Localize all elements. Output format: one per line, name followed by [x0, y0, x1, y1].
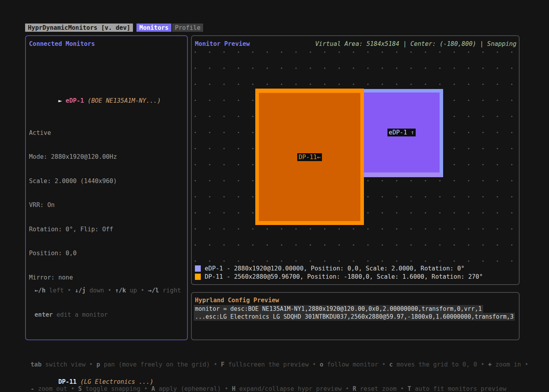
nav-hints-line: ←/h left • ↓/j down • ↑/k up • →/l right: [35, 287, 181, 295]
global-keybind-help: tab switch view • p pan (move freely on …: [31, 345, 533, 392]
monitor-rotation: Rotation: 0°, Flip: Off: [29, 225, 161, 234]
monitor-rect-label-edp1: eDP-1 ↑: [387, 129, 415, 136]
left-panel-keybind-hints: ←/h left • ↓/j down • ↑/k up • →/l right…: [35, 270, 181, 335]
config-line-2: ...esc:LG Electronics LG SDQHD 301NTBKDU…: [194, 313, 515, 321]
help-line-1: tab switch view • p pan (move freely on …: [31, 361, 533, 369]
legend-text-dp11: DP-11 - 2560x2880@59.96700, Position: -1…: [205, 273, 483, 281]
selected-arrow-icon: ►: [58, 97, 66, 104]
enter-hint-line: enter edit a monitor: [35, 311, 181, 319]
config-panel-title: Hyprland Config Preview: [195, 297, 279, 304]
hyprland-config-panel: Hyprland Config Preview monitor = desc:B…: [191, 292, 520, 340]
rotation-arrow-icon: ←: [317, 154, 320, 161]
monitor-vendor: (BOE NE135A1M-NY...): [84, 97, 161, 104]
preview-legend: eDP-1 - 2880x1920@120.00000, Position: 0…: [195, 265, 483, 281]
monitor-rect-label-dp11: DP-11←: [297, 153, 322, 161]
monitor-scale: Scale: 2.0000 (1440x960): [29, 177, 161, 185]
monitor-status: Active: [29, 129, 161, 137]
config-line-1: monitor = desc:BOE NE135A1M-NY1,2880x192…: [194, 305, 483, 313]
connected-monitors-panel: Connected Monitors ► eDP-1 (BOE NE135A1M…: [25, 35, 188, 340]
app-title: HyprDynamicMonitors [v. dev]: [25, 24, 133, 32]
monitor-position: Position: 0,0: [29, 249, 161, 258]
legend-row-edp1: eDP-1 - 2880x1920@120.00000, Position: 0…: [195, 265, 483, 273]
tab-profile[interactable]: Profile: [172, 24, 203, 32]
help-line-2: - zoom out • S toggle snapping • A apply…: [31, 385, 533, 392]
rotation-arrow-icon: ↑: [411, 129, 414, 136]
monitor-mode: Mode: 2880x1920@120.00Hz: [29, 153, 161, 161]
monitor-preview-panel: Monitor Preview Virtual Area: 5184x5184 …: [191, 35, 520, 285]
legend-text-edp1: eDP-1 - 2880x1920@120.00000, Position: 0…: [205, 265, 465, 273]
monitor-name: eDP-1: [65, 97, 84, 104]
monitor-list: ► eDP-1 (BOE NE135A1M-NY...) Active Mode…: [29, 56, 161, 392]
legend-row-dp11: DP-11 - 2560x2880@59.96700, Position: -1…: [195, 273, 483, 281]
monitor-rect-edp1[interactable]: eDP-1 ↑: [364, 89, 443, 177]
connected-monitors-title: Connected Monitors: [29, 40, 95, 47]
legend-color-chip-edp1: [195, 265, 201, 272]
monitor-vrr: VRR: On: [29, 201, 161, 209]
tab-monitors[interactable]: Monitors: [136, 24, 171, 32]
tab-bar: HyprDynamicMonitors [v. dev] Monitors Pr…: [25, 24, 203, 32]
monitor-list-item[interactable]: ► eDP-1 (BOE NE135A1M-NY...) Active Mode…: [29, 73, 161, 298]
legend-color-chip-dp11: [195, 274, 201, 280]
monitor-rect-dp11[interactable]: DP-11←: [255, 89, 364, 225]
